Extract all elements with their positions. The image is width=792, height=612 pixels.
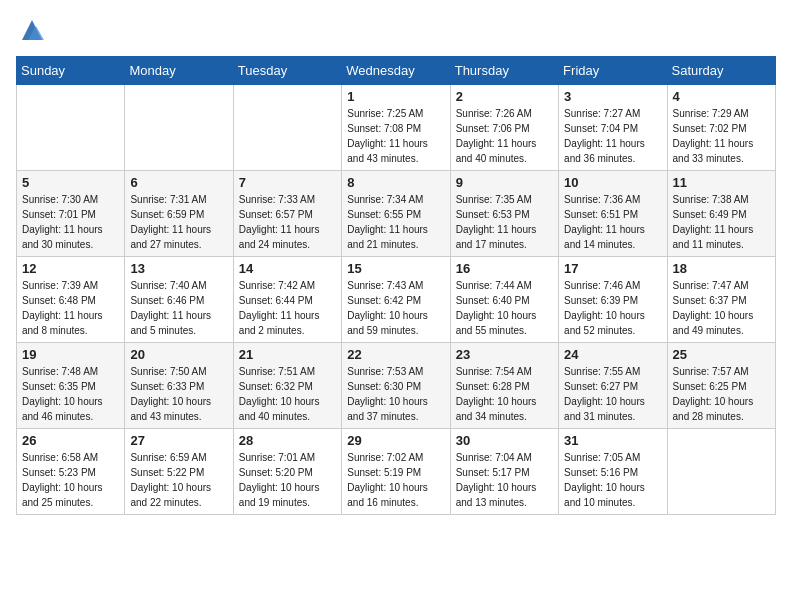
calendar-cell: 21Sunrise: 7:51 AMSunset: 6:32 PMDayligh… [233, 343, 341, 429]
day-number: 30 [456, 433, 553, 448]
cell-content: Sunrise: 7:57 AMSunset: 6:25 PMDaylight:… [673, 364, 770, 424]
calendar-cell: 6Sunrise: 7:31 AMSunset: 6:59 PMDaylight… [125, 171, 233, 257]
cell-content: Sunrise: 7:35 AMSunset: 6:53 PMDaylight:… [456, 192, 553, 252]
day-number: 27 [130, 433, 227, 448]
calendar-cell [667, 429, 775, 515]
calendar-cell: 30Sunrise: 7:04 AMSunset: 5:17 PMDayligh… [450, 429, 558, 515]
cell-content: Sunrise: 7:40 AMSunset: 6:46 PMDaylight:… [130, 278, 227, 338]
day-number: 11 [673, 175, 770, 190]
calendar-week-row: 12Sunrise: 7:39 AMSunset: 6:48 PMDayligh… [17, 257, 776, 343]
day-number: 25 [673, 347, 770, 362]
cell-content: Sunrise: 7:02 AMSunset: 5:19 PMDaylight:… [347, 450, 444, 510]
calendar-cell: 20Sunrise: 7:50 AMSunset: 6:33 PMDayligh… [125, 343, 233, 429]
calendar-cell: 28Sunrise: 7:01 AMSunset: 5:20 PMDayligh… [233, 429, 341, 515]
cell-content: Sunrise: 7:44 AMSunset: 6:40 PMDaylight:… [456, 278, 553, 338]
calendar-table: SundayMondayTuesdayWednesdayThursdayFrid… [16, 56, 776, 515]
day-number: 19 [22, 347, 119, 362]
calendar-cell: 25Sunrise: 7:57 AMSunset: 6:25 PMDayligh… [667, 343, 775, 429]
calendar-cell: 1Sunrise: 7:25 AMSunset: 7:08 PMDaylight… [342, 85, 450, 171]
calendar-cell: 15Sunrise: 7:43 AMSunset: 6:42 PMDayligh… [342, 257, 450, 343]
day-number: 3 [564, 89, 661, 104]
cell-content: Sunrise: 7:30 AMSunset: 7:01 PMDaylight:… [22, 192, 119, 252]
day-number: 20 [130, 347, 227, 362]
cell-content: Sunrise: 7:53 AMSunset: 6:30 PMDaylight:… [347, 364, 444, 424]
day-number: 8 [347, 175, 444, 190]
day-of-week-header: Sunday [17, 57, 125, 85]
cell-content: Sunrise: 7:51 AMSunset: 6:32 PMDaylight:… [239, 364, 336, 424]
day-number: 28 [239, 433, 336, 448]
calendar-week-row: 19Sunrise: 7:48 AMSunset: 6:35 PMDayligh… [17, 343, 776, 429]
calendar-cell: 27Sunrise: 6:59 AMSunset: 5:22 PMDayligh… [125, 429, 233, 515]
calendar-cell: 13Sunrise: 7:40 AMSunset: 6:46 PMDayligh… [125, 257, 233, 343]
day-number: 21 [239, 347, 336, 362]
logo [16, 16, 46, 44]
cell-content: Sunrise: 7:05 AMSunset: 5:16 PMDaylight:… [564, 450, 661, 510]
calendar-cell: 19Sunrise: 7:48 AMSunset: 6:35 PMDayligh… [17, 343, 125, 429]
calendar-cell: 3Sunrise: 7:27 AMSunset: 7:04 PMDaylight… [559, 85, 667, 171]
day-number: 13 [130, 261, 227, 276]
day-number: 17 [564, 261, 661, 276]
day-number: 10 [564, 175, 661, 190]
day-of-week-header: Thursday [450, 57, 558, 85]
cell-content: Sunrise: 7:50 AMSunset: 6:33 PMDaylight:… [130, 364, 227, 424]
cell-content: Sunrise: 7:38 AMSunset: 6:49 PMDaylight:… [673, 192, 770, 252]
day-number: 14 [239, 261, 336, 276]
cell-content: Sunrise: 7:36 AMSunset: 6:51 PMDaylight:… [564, 192, 661, 252]
calendar-cell [17, 85, 125, 171]
cell-content: Sunrise: 7:48 AMSunset: 6:35 PMDaylight:… [22, 364, 119, 424]
calendar-cell: 8Sunrise: 7:34 AMSunset: 6:55 PMDaylight… [342, 171, 450, 257]
day-number: 22 [347, 347, 444, 362]
calendar-header-row: SundayMondayTuesdayWednesdayThursdayFrid… [17, 57, 776, 85]
cell-content: Sunrise: 7:26 AMSunset: 7:06 PMDaylight:… [456, 106, 553, 166]
calendar-week-row: 26Sunrise: 6:58 AMSunset: 5:23 PMDayligh… [17, 429, 776, 515]
calendar-cell: 5Sunrise: 7:30 AMSunset: 7:01 PMDaylight… [17, 171, 125, 257]
cell-content: Sunrise: 7:54 AMSunset: 6:28 PMDaylight:… [456, 364, 553, 424]
cell-content: Sunrise: 7:25 AMSunset: 7:08 PMDaylight:… [347, 106, 444, 166]
day-number: 1 [347, 89, 444, 104]
day-number: 18 [673, 261, 770, 276]
page-header [16, 16, 776, 44]
calendar-cell: 17Sunrise: 7:46 AMSunset: 6:39 PMDayligh… [559, 257, 667, 343]
calendar-cell: 7Sunrise: 7:33 AMSunset: 6:57 PMDaylight… [233, 171, 341, 257]
calendar-cell: 26Sunrise: 6:58 AMSunset: 5:23 PMDayligh… [17, 429, 125, 515]
day-of-week-header: Wednesday [342, 57, 450, 85]
cell-content: Sunrise: 6:58 AMSunset: 5:23 PMDaylight:… [22, 450, 119, 510]
day-of-week-header: Saturday [667, 57, 775, 85]
cell-content: Sunrise: 7:31 AMSunset: 6:59 PMDaylight:… [130, 192, 227, 252]
day-number: 29 [347, 433, 444, 448]
calendar-week-row: 5Sunrise: 7:30 AMSunset: 7:01 PMDaylight… [17, 171, 776, 257]
day-number: 7 [239, 175, 336, 190]
cell-content: Sunrise: 7:46 AMSunset: 6:39 PMDaylight:… [564, 278, 661, 338]
cell-content: Sunrise: 7:34 AMSunset: 6:55 PMDaylight:… [347, 192, 444, 252]
calendar-cell: 18Sunrise: 7:47 AMSunset: 6:37 PMDayligh… [667, 257, 775, 343]
calendar-cell: 29Sunrise: 7:02 AMSunset: 5:19 PMDayligh… [342, 429, 450, 515]
day-of-week-header: Tuesday [233, 57, 341, 85]
calendar-cell: 23Sunrise: 7:54 AMSunset: 6:28 PMDayligh… [450, 343, 558, 429]
cell-content: Sunrise: 7:43 AMSunset: 6:42 PMDaylight:… [347, 278, 444, 338]
calendar-cell: 9Sunrise: 7:35 AMSunset: 6:53 PMDaylight… [450, 171, 558, 257]
cell-content: Sunrise: 7:55 AMSunset: 6:27 PMDaylight:… [564, 364, 661, 424]
day-of-week-header: Friday [559, 57, 667, 85]
cell-content: Sunrise: 7:29 AMSunset: 7:02 PMDaylight:… [673, 106, 770, 166]
calendar-cell: 14Sunrise: 7:42 AMSunset: 6:44 PMDayligh… [233, 257, 341, 343]
cell-content: Sunrise: 7:39 AMSunset: 6:48 PMDaylight:… [22, 278, 119, 338]
calendar-week-row: 1Sunrise: 7:25 AMSunset: 7:08 PMDaylight… [17, 85, 776, 171]
calendar-cell: 10Sunrise: 7:36 AMSunset: 6:51 PMDayligh… [559, 171, 667, 257]
day-of-week-header: Monday [125, 57, 233, 85]
calendar-cell: 12Sunrise: 7:39 AMSunset: 6:48 PMDayligh… [17, 257, 125, 343]
cell-content: Sunrise: 7:04 AMSunset: 5:17 PMDaylight:… [456, 450, 553, 510]
calendar-cell: 22Sunrise: 7:53 AMSunset: 6:30 PMDayligh… [342, 343, 450, 429]
day-number: 24 [564, 347, 661, 362]
day-number: 2 [456, 89, 553, 104]
cell-content: Sunrise: 7:01 AMSunset: 5:20 PMDaylight:… [239, 450, 336, 510]
day-number: 4 [673, 89, 770, 104]
day-number: 26 [22, 433, 119, 448]
calendar-cell: 31Sunrise: 7:05 AMSunset: 5:16 PMDayligh… [559, 429, 667, 515]
cell-content: Sunrise: 7:27 AMSunset: 7:04 PMDaylight:… [564, 106, 661, 166]
day-number: 31 [564, 433, 661, 448]
day-number: 15 [347, 261, 444, 276]
calendar-cell: 16Sunrise: 7:44 AMSunset: 6:40 PMDayligh… [450, 257, 558, 343]
cell-content: Sunrise: 6:59 AMSunset: 5:22 PMDaylight:… [130, 450, 227, 510]
cell-content: Sunrise: 7:42 AMSunset: 6:44 PMDaylight:… [239, 278, 336, 338]
calendar-cell: 11Sunrise: 7:38 AMSunset: 6:49 PMDayligh… [667, 171, 775, 257]
